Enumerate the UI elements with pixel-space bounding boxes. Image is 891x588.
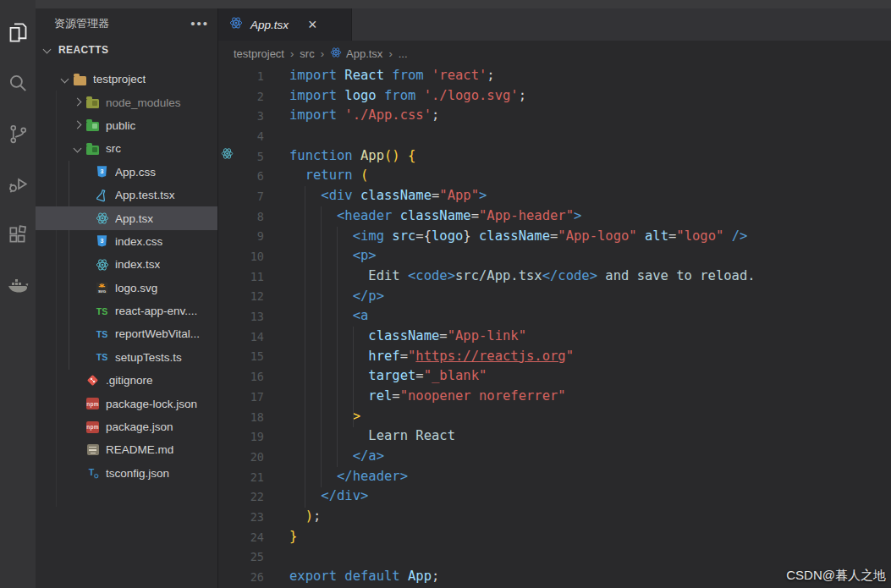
tree-item-reportwebvital[interactable]: TSreportWebVital... xyxy=(36,322,217,345)
indent-guide xyxy=(305,186,305,508)
chevron-right-icon xyxy=(71,119,85,131)
tree-item-src[interactable]: src xyxy=(36,137,217,160)
code-line-5[interactable]: 5function App() { xyxy=(218,146,891,167)
tree-item-label: react-app-env.... xyxy=(115,305,197,317)
search-icon[interactable] xyxy=(0,58,36,108)
tree-item-node-modules[interactable]: node_modules xyxy=(36,91,217,113)
code-line-23[interactable]: 23 ); xyxy=(218,507,891,527)
breadcrumb-item-app-tsx[interactable]: App.tsx xyxy=(330,47,382,61)
line-number: 11 xyxy=(218,270,264,283)
source-control-icon[interactable] xyxy=(0,108,36,159)
line-content: <div className="App"> xyxy=(289,186,487,206)
breadcrumb-label: App.tsx xyxy=(346,47,382,60)
run-debug-icon[interactable] xyxy=(0,159,36,210)
line-content: target="_blank" xyxy=(289,366,487,387)
line-number: 2 xyxy=(218,90,264,103)
line-number: 25 xyxy=(218,550,264,563)
test-icon xyxy=(95,188,109,202)
breadcrumb-label: ... xyxy=(399,47,408,60)
tree-item-public[interactable]: public xyxy=(36,114,217,137)
tree-item-label: reportWebVital... xyxy=(115,327,200,340)
tree-item-app-tsx[interactable]: App.tsx xyxy=(36,206,217,229)
code-line-3[interactable]: 3import './App.css'; xyxy=(218,106,891,126)
tree-item-tsconfig-json[interactable]: Ttsconfig.json xyxy=(36,462,217,485)
tree-item-logo-svg[interactable]: SVGlogo.svg xyxy=(36,277,217,299)
breadcrumb-item-[interactable]: ... xyxy=(399,47,408,60)
breadcrumb-item-src[interactable]: src xyxy=(300,47,314,60)
tree-item-label: README.md xyxy=(106,443,173,456)
code-line-9[interactable]: 9 <img src={logo} className="App-logo" a… xyxy=(218,227,891,247)
code-line-21[interactable]: 21 </header> xyxy=(218,467,891,487)
line-content: href="https://reactjs.org" xyxy=(289,347,574,367)
tree-item-index-css[interactable]: 3index.css xyxy=(36,230,217,253)
tree-item-package-json[interactable]: npmpackage.json xyxy=(36,415,217,438)
svg-icon: SVG xyxy=(95,281,109,295)
tree-item-package-lock-json[interactable]: npmpackage-lock.json xyxy=(36,392,217,415)
line-content: import './App.css'; xyxy=(289,106,439,126)
tree-item-label: App.tsx xyxy=(115,212,153,225)
breadcrumb-item-testproject[interactable]: testproject xyxy=(234,47,284,60)
tree-item-label: tsconfig.json xyxy=(106,467,169,480)
tree-item-label: .gitignore xyxy=(106,374,153,387)
code-line-25[interactable]: 25 xyxy=(218,547,891,568)
code-line-20[interactable]: 20 </a> xyxy=(218,447,891,467)
line-content: } xyxy=(289,527,297,547)
line-content: <img src={logo} className="App-logo" alt… xyxy=(289,227,747,247)
chevron-down-icon xyxy=(58,74,73,85)
code-line-10[interactable]: 10 <p> xyxy=(218,246,891,267)
code-area[interactable]: 1import React from 'react';2import logo … xyxy=(218,66,891,588)
react-icon xyxy=(95,257,109,272)
line-number: 19 xyxy=(218,430,264,443)
tree-item-label: src xyxy=(106,142,121,155)
npm-icon: npm xyxy=(85,397,100,411)
ts-icon: TS xyxy=(95,350,109,365)
tree-item-label: App.css xyxy=(115,166,156,179)
code-line-22[interactable]: 22 </div> xyxy=(218,486,891,507)
line-content: return ( xyxy=(289,166,368,186)
tree-item-app-css[interactable]: 3App.css xyxy=(36,161,217,184)
line-number: 10 xyxy=(218,250,264,263)
code-line-6[interactable]: 6 return ( xyxy=(218,166,891,186)
tree-item-index-tsx[interactable]: index.tsx xyxy=(36,253,217,276)
code-line-7[interactable]: 7 <div className="App"> xyxy=(218,186,891,206)
code-line-19[interactable]: 19 Learn React xyxy=(218,426,891,447)
workspace-section-header[interactable]: REACTTS xyxy=(36,39,217,61)
tree-item-gitignore[interactable]: .gitignore xyxy=(36,369,217,392)
code-line-15[interactable]: 15 href="https://reactjs.org" xyxy=(218,347,891,367)
explorer-icon[interactable] xyxy=(0,7,36,58)
tree-item-app-test-tsx[interactable]: App.test.tsx xyxy=(36,184,217,206)
code-line-24[interactable]: 24} xyxy=(218,527,891,547)
code-line-12[interactable]: 12 </p> xyxy=(218,287,891,307)
tree-item-setuptests-ts[interactable]: TSsetupTests.ts xyxy=(36,346,217,369)
explorer-sidebar: 资源管理器 ••• REACTTS testprojectnode_module… xyxy=(36,8,218,588)
extensions-icon[interactable] xyxy=(0,210,36,261)
code-line-8[interactable]: 8 <header className="App-header"> xyxy=(218,206,891,227)
explorer-header: 资源管理器 ••• xyxy=(36,8,217,39)
line-number: 4 xyxy=(218,129,264,143)
tree-item-readme-md[interactable]: README.md xyxy=(36,438,217,461)
css-icon: 3 xyxy=(95,234,109,249)
tree-item-testproject[interactable]: testproject xyxy=(36,68,217,91)
readme-icon xyxy=(85,442,100,457)
tab-app-tsx[interactable]: App.tsx × xyxy=(218,8,352,41)
close-icon[interactable]: × xyxy=(308,19,317,30)
folder-project-icon xyxy=(73,72,87,86)
code-line-1[interactable]: 1import React from 'react'; xyxy=(218,66,891,86)
breadcrumb-label: src xyxy=(300,47,314,60)
editor-group: App.tsx × testproject›src›App.tsx›... 1i… xyxy=(218,8,891,588)
code-line-11[interactable]: 11 Edit <code>src/App.tsx</code> and sav… xyxy=(218,267,891,287)
code-line-4[interactable]: 4 xyxy=(218,126,891,146)
tree-item-react-app-env[interactable]: TSreact-app-env.... xyxy=(36,299,217,322)
code-line-13[interactable]: 13 <a xyxy=(218,306,891,327)
vscode-window: 资源管理器 ••• REACTTS testprojectnode_module… xyxy=(0,0,891,588)
line-content: </div> xyxy=(289,486,368,507)
code-line-2[interactable]: 2import logo from './logo.svg'; xyxy=(218,86,891,107)
workspace-name: REACTTS xyxy=(58,44,108,56)
code-line-14[interactable]: 14 className="App-link" xyxy=(218,327,891,347)
docker-icon[interactable] xyxy=(0,261,36,311)
more-actions-icon[interactable]: ••• xyxy=(190,19,209,28)
code-line-16[interactable]: 16 target="_blank" xyxy=(218,366,891,387)
chevron-down-icon xyxy=(41,44,55,56)
code-line-18[interactable]: 18 > xyxy=(218,407,891,427)
code-line-17[interactable]: 17 rel="noopener noreferrer" xyxy=(218,387,891,407)
